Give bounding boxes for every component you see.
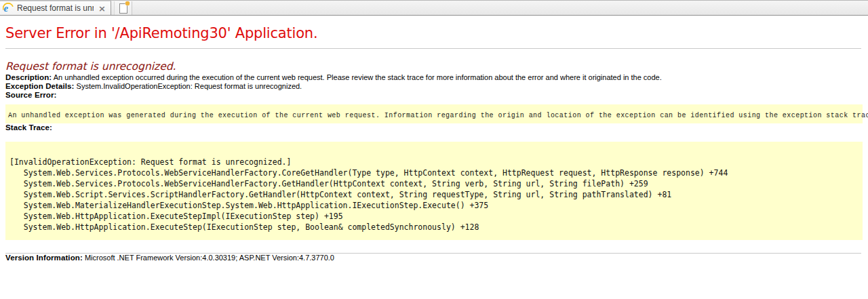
version-info-label: Version Information: bbox=[5, 254, 83, 262]
new-tab-button[interactable] bbox=[114, 1, 132, 15]
version-info-row: Version Information: Microsoft .NET Fram… bbox=[5, 254, 861, 262]
stack-trace-text: [InvalidOperationException: Request form… bbox=[5, 142, 863, 240]
browser-tab-bar: e Request format is unrecogn... × bbox=[0, 0, 868, 16]
stack-trace-label: Stack Trace: bbox=[5, 123, 52, 132]
description-row: Description: An unhandled exception occu… bbox=[5, 73, 861, 82]
ie-logo-icon: e bbox=[3, 3, 14, 14]
description-label: Description: bbox=[5, 73, 52, 81]
error-page: Server Error in '/ApiRemoting30' Applica… bbox=[0, 24, 868, 262]
source-error-label: Source Error: bbox=[5, 91, 56, 99]
exception-details-label: Exception Details: bbox=[5, 82, 75, 90]
browser-tab[interactable]: e Request format is unrecogn... × bbox=[0, 1, 111, 15]
new-page-icon bbox=[119, 3, 127, 14]
tab-title: Request format is unrecogn... bbox=[17, 3, 94, 13]
source-error-text: An unhandled exception was generated dur… bbox=[8, 112, 868, 119]
page-title: Server Error in '/ApiRemoting30' Applica… bbox=[5, 24, 861, 42]
description-text: An unhandled exception occurred during t… bbox=[54, 73, 662, 81]
version-info-text: Microsoft .NET Framework Version:4.0.303… bbox=[85, 254, 334, 262]
stack-trace-box: [InvalidOperationException: Request form… bbox=[5, 142, 863, 240]
tab-close-icon[interactable]: × bbox=[97, 4, 107, 13]
source-error-box: An unhandled exception was generated dur… bbox=[5, 104, 863, 123]
divider-top bbox=[5, 48, 861, 49]
exception-details-row: Exception Details: System.InvalidOperati… bbox=[5, 82, 861, 91]
stack-trace-row: Stack Trace: bbox=[5, 123, 861, 132]
exception-details-text: System.InvalidOperationException: Reques… bbox=[77, 82, 302, 90]
source-error-row: Source Error: bbox=[5, 91, 861, 100]
error-subtitle: Request format is unrecognized. bbox=[5, 60, 861, 73]
